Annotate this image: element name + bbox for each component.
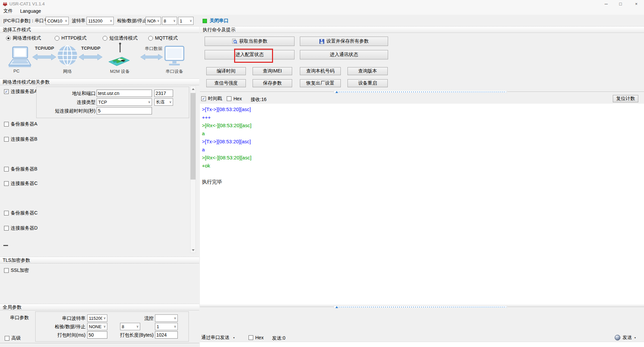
button-label: 查询版本: [358, 68, 377, 74]
checkbox-advanced[interactable]: ✓ 高级: [5, 336, 21, 341]
conn-type-select[interactable]: TCP∨: [97, 98, 152, 106]
recv-count: 接收:16: [251, 97, 266, 103]
work-mode-header: 选择工作模式: [0, 26, 199, 33]
checkbox-label: Hex: [233, 96, 242, 101]
short-timeout-label: 短连接超时时间(秒): [47, 107, 96, 114]
node-label-serial-device: 串口设备: [166, 68, 183, 75]
serial-monitor-icon: [164, 46, 185, 67]
keepalive-select[interactable]: 长连∨: [154, 98, 173, 106]
checkbox-label: Hex: [255, 335, 264, 340]
checkbox-ssl[interactable]: ✓ SSL加密: [4, 268, 29, 273]
scroll-thumb[interactable]: [191, 93, 196, 180]
radio-icon: [55, 36, 59, 41]
factory-reset-button[interactable]: 恢复出厂设置: [300, 79, 341, 87]
radio-sms-passthrough[interactable]: 短信透传模式: [103, 36, 138, 41]
save-params-button[interactable]: 保存参数: [253, 79, 292, 87]
get-params-button[interactable]: 获取当前参数: [205, 37, 294, 46]
title-bar: USR-CAT1 V1.1.4: [0, 0, 644, 7]
packtime-label: 打包时间(ms): [50, 331, 86, 339]
bottom-splitter-handle[interactable]: [334, 305, 507, 308]
g-stopbits-select[interactable]: 1∨: [155, 323, 178, 330]
net-params-header: 网络透传模式相关参数: [0, 79, 199, 85]
short-timeout-input[interactable]: [97, 107, 152, 114]
g-baud-select[interactable]: 115200∨: [87, 314, 107, 322]
enter-comm-state-button[interactable]: 进入通讯状态: [300, 50, 388, 59]
radio-net-passthrough[interactable]: 网络透传模式: [6, 36, 41, 41]
reset-count-button[interactable]: 复位计数: [613, 95, 638, 102]
baud-select[interactable]: 115200∨: [87, 17, 114, 25]
query-local-number-button[interactable]: 查询本机号码: [300, 67, 341, 75]
chevron-down-icon: ∨: [189, 19, 193, 22]
close-button[interactable]: ×: [631, 0, 642, 7]
databits-select[interactable]: 8∨: [162, 17, 177, 25]
checkbox-timestamp[interactable]: ✓ 时间戳: [201, 96, 222, 101]
bottom-divider: [0, 343, 199, 344]
node-label-network: 网络: [63, 68, 72, 75]
stopbits-select[interactable]: 1∨: [178, 17, 194, 25]
minimize-button[interactable]: ─: [600, 0, 612, 7]
params-scrollbar[interactable]: [190, 86, 196, 253]
radio-mqtt[interactable]: MQTT模式: [148, 36, 178, 41]
checkbox-label: 高级: [11, 335, 21, 341]
checkbox-icon: ✓: [4, 226, 9, 231]
checkbox-server-a[interactable]: ✓ 连接服务器A: [4, 89, 37, 94]
close-port-button[interactable]: 关闭串口: [203, 17, 228, 25]
query-signal-button[interactable]: 查信号强度: [206, 79, 246, 87]
device-restart-button[interactable]: 设备重启: [347, 79, 388, 87]
log-line: >[Tx->][08:53:20][asc]: [202, 106, 644, 114]
menu-language[interactable]: Language: [20, 8, 41, 14]
chevron-down-icon: ∨: [168, 100, 173, 104]
checkbox-icon: ✓: [4, 181, 9, 186]
maximize-button[interactable]: □: [615, 0, 626, 7]
top-splitter-handle[interactable]: [334, 90, 507, 93]
scroll-up-button[interactable]: [191, 86, 196, 92]
button-label: 查询IMEI: [263, 68, 282, 74]
compile-time-button[interactable]: 编译时间: [206, 67, 246, 75]
radio-label: MQTT模式: [155, 35, 178, 41]
query-imei-button[interactable]: 查询IMEI: [253, 67, 292, 75]
checkbox-backup-c[interactable]: ✓ 备份服务器C: [4, 210, 38, 216]
pc-laptop-icon: [7, 46, 32, 68]
addr-port-label: 地址和端口: [47, 90, 96, 97]
get-params-icon: [232, 39, 237, 44]
scroll-down-button[interactable]: [191, 247, 196, 253]
menu-file[interactable]: 文件: [3, 8, 13, 14]
checkbox-server-b[interactable]: ✓ 连接服务器B: [4, 137, 37, 142]
query-version-button[interactable]: 查询版本: [347, 67, 388, 75]
checkbox-send-hex[interactable]: ✓ Hex: [249, 335, 264, 340]
arrow-m2m-serial: [140, 53, 163, 61]
checkbox-backup-b[interactable]: ✓ 备份服务器B: [4, 166, 37, 172]
window-title: USR-CAT1 V1.1.4: [9, 1, 45, 6]
checkbox-server-c[interactable]: ✓ 连接服务器C: [4, 181, 38, 186]
flow-select[interactable]: ∨: [155, 314, 178, 322]
checkbox-log-hex[interactable]: ✓ Hex: [227, 96, 242, 101]
save-all-params-button[interactable]: 设置并保存所有参数: [300, 37, 388, 46]
send-via-serial-dropdown[interactable]: 通过串口发送 ▼: [201, 334, 235, 341]
button-label: 获取当前参数: [239, 38, 267, 44]
port-status-led: [203, 19, 207, 23]
packtime-input[interactable]: [87, 331, 107, 339]
parity-select[interactable]: NONI∨: [146, 17, 161, 25]
splitter-thumb-icon: [335, 91, 338, 93]
checkbox-label: 连接服务器B: [11, 136, 37, 142]
checkbox-server-d[interactable]: ✓ 连接服务器D: [4, 226, 38, 231]
save-all-icon: [319, 39, 324, 44]
com-port-select[interactable]: COM10∨: [46, 17, 69, 25]
dropdown-arrow-icon: ▼: [233, 337, 235, 339]
packlen-input[interactable]: [155, 331, 178, 339]
radio-icon: [6, 36, 11, 41]
log-output-area[interactable]: >[Tx->][08:53:20][asc] +++ >[Rx<-][08:53…: [200, 104, 644, 305]
log-line: >[Rx<-][08:53:20][asc]: [202, 122, 644, 131]
g-parity-select[interactable]: NONE∨: [87, 323, 107, 330]
radio-httpd[interactable]: HTTPD模式: [55, 36, 87, 41]
g-databits-select[interactable]: 8∨: [120, 323, 140, 330]
server-a-port-input[interactable]: [154, 90, 173, 97]
checkbox-icon: ✓: [4, 167, 9, 171]
button-label: 查询本机号码: [306, 68, 334, 74]
checkbox-backup-a[interactable]: ✓ 备份服务器A: [4, 121, 37, 127]
send-input-strip[interactable]: [200, 342, 644, 347]
server-a-address-input[interactable]: [97, 90, 152, 97]
send-button[interactable]: 发送 ▼: [614, 334, 636, 342]
log-line: +ok: [202, 163, 644, 171]
conn-type-label: 连接类型: [47, 98, 96, 106]
